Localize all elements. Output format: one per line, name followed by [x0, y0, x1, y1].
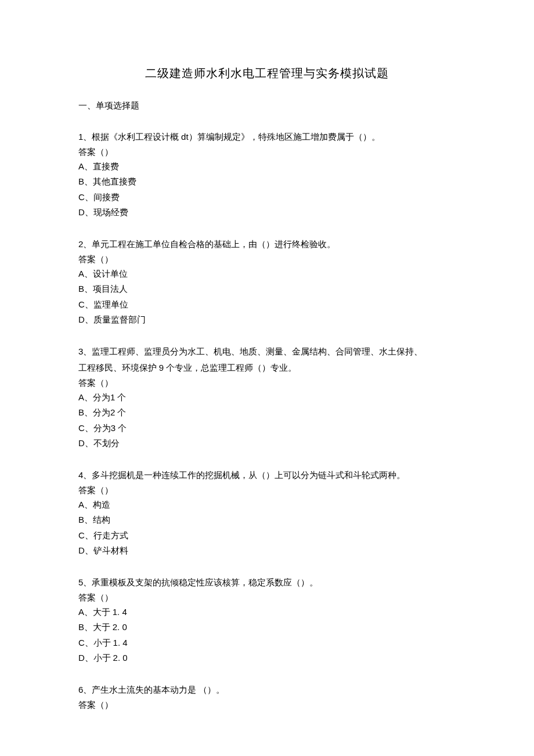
question-2-option-c: C、监理单位: [78, 297, 456, 312]
question-1-option-a: A、直接费: [78, 159, 456, 174]
question-4-option-d: D、铲斗材料: [78, 543, 456, 558]
question-3-option-b: B、分为2 个: [78, 405, 456, 420]
question-3-stem-line1: 3、监理工程师、监理员分为水工、机电、地质、测量、金属结构、合同管理、水土保持、: [78, 343, 456, 360]
question-2-answer: 答案（）: [78, 252, 456, 266]
question-3-option-c: C、分为3 个: [78, 421, 456, 436]
question-6: 6、产生水土流失的基本动力是 （）。 答案（）: [78, 682, 456, 712]
question-3: 3、监理工程师、监理员分为水工、机电、地质、测量、金属结构、合同管理、水土保持、…: [78, 343, 456, 451]
question-4-stem: 4、多斗挖掘机是一种连续工作的挖掘机械，从（）上可以分为链斗式和斗轮式两种。: [78, 467, 456, 483]
question-1-option-b: B、其他直接费: [78, 174, 456, 189]
question-3-answer: 答案（）: [78, 376, 456, 390]
question-1-option-c: C、间接费: [78, 190, 456, 205]
question-6-stem: 6、产生水土流失的基本动力是 （）。: [78, 682, 456, 698]
question-1-answer: 答案（）: [78, 145, 456, 159]
question-1-stem: 1、根据《水利工程设计概 dt）算编制规定》，特殊地区施工增加费属于（）。: [78, 129, 456, 145]
question-4-option-a: A、构造: [78, 497, 456, 512]
question-3-option-a: A、分为1 个: [78, 390, 456, 405]
question-1-option-d: D、现场经费: [78, 205, 456, 220]
question-5-stem: 5、承重模板及支架的抗倾稳定性应该核算，稳定系数应（）。: [78, 574, 456, 591]
question-2-option-d: D、质量监督部门: [78, 312, 456, 327]
question-3-stem-line2: 工程移民、环境保护 9 个专业，总监理工程师（）专业。: [78, 360, 456, 376]
question-1: 1、根据《水利工程设计概 dt）算编制规定》，特殊地区施工增加费属于（）。 答案…: [78, 129, 456, 220]
question-5: 5、承重模板及支架的抗倾稳定性应该核算，稳定系数应（）。 答案（） A、大于 1…: [78, 574, 456, 665]
question-4-answer: 答案（）: [78, 483, 456, 497]
question-2-option-b: B、项目法人: [78, 281, 456, 296]
question-4-option-c: C、行走方式: [78, 528, 456, 543]
page-title: 二级建造师水利水电工程管理与实务模拟试题: [78, 64, 456, 82]
section-header: 一、单项选择题: [78, 99, 456, 113]
question-4: 4、多斗挖掘机是一种连续工作的挖掘机械，从（）上可以分为链斗式和斗轮式两种。 答…: [78, 467, 456, 558]
question-3-option-d: D、不划分: [78, 436, 456, 451]
question-4-option-b: B、结构: [78, 512, 456, 527]
question-5-option-a: A、大于 1. 4: [78, 605, 456, 620]
question-2-stem: 2、单元工程在施工单位自检合格的基础上，由（）进行终检验收。: [78, 236, 456, 252]
question-5-answer: 答案（）: [78, 591, 456, 605]
question-6-answer: 答案（）: [78, 698, 456, 712]
question-2-option-a: A、设计单位: [78, 266, 456, 281]
question-5-option-c: C、小于 1. 4: [78, 635, 456, 650]
question-2: 2、单元工程在施工单位自检合格的基础上，由（）进行终检验收。 答案（） A、设计…: [78, 236, 456, 327]
question-5-option-b: B、大于 2. 0: [78, 620, 456, 635]
question-5-option-d: D、小于 2. 0: [78, 650, 456, 665]
